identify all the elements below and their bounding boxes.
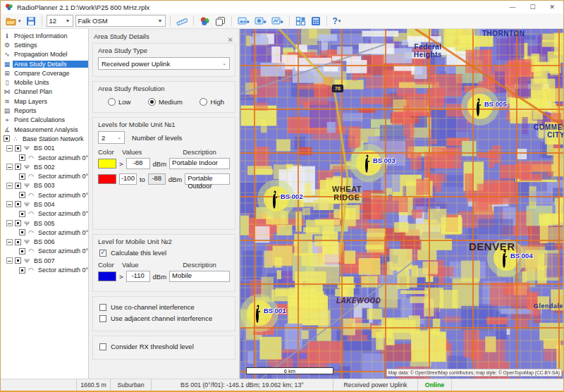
tree-node-bs-004[interactable]: ΨBS 004	[1, 200, 88, 209]
tree-node-bs-002[interactable]: ΨBS 002	[1, 162, 88, 171]
collapse-icon[interactable]	[6, 183, 13, 189]
collapse-icon[interactable]	[6, 164, 13, 170]
sidebar-item-mobile-units[interactable]: ▯Mobile Units	[1, 78, 88, 87]
bs-marker-bs-003[interactable]: BS 003	[365, 159, 368, 172]
checkbox-icon[interactable]	[19, 211, 25, 217]
collapse-icon[interactable]	[6, 201, 13, 207]
calculator-button[interactable]	[309, 15, 322, 27]
collapse-icon[interactable]	[6, 145, 13, 152]
checkbox-icon[interactable]	[15, 164, 21, 170]
tree-node-sector-of-bs-003[interactable]: ◠Sector azimuth 0°/f03	[1, 190, 88, 200]
checkbox-icon[interactable]	[15, 257, 21, 264]
bs-marker-bs-002[interactable]: BS 002	[273, 195, 276, 208]
bs-marker-bs-005[interactable]: BS 005	[477, 103, 479, 116]
resolution-option-medium[interactable]: Medium	[148, 98, 183, 106]
area-study-type-select[interactable]: Received power Uplink ⌄	[98, 57, 230, 70]
tree-node-sector-of-bs-007[interactable]: ◠Sector azimuth 0°/f02	[1, 265, 88, 274]
checkbox-icon[interactable]	[19, 267, 25, 274]
sidebar-item-area-study-details[interactable]: ▦Area Study Details	[1, 59, 88, 68]
ruler-button[interactable]	[175, 15, 189, 27]
sidebar-item-measurement-analysis[interactable]: ∡Measurement Analysis	[1, 125, 88, 134]
level2-from-input[interactable]: -100	[119, 173, 137, 185]
tree-node-bs-003[interactable]: ΨBS 003	[1, 181, 88, 190]
coverage-map-canvas[interactable]	[240, 29, 563, 379]
sidebar-item-reports[interactable]: ▤Reports	[1, 106, 88, 115]
help-button[interactable]: ? ▾	[331, 15, 343, 27]
checkbox-icon[interactable]	[15, 239, 21, 245]
checkbox-icon[interactable]	[19, 229, 25, 235]
co-channel-checkbox[interactable]	[99, 304, 106, 311]
checkbox-icon[interactable]	[19, 154, 25, 161]
levels-count-select[interactable]: 2 ⌄	[98, 131, 125, 144]
bs-marker-bs-004[interactable]: BS 004	[503, 255, 505, 267]
tree-node-sector-of-bs-001[interactable]: ◠Sector azimuth 0°/f01	[1, 153, 88, 162]
radio-icon[interactable]	[108, 98, 116, 106]
color-swatch[interactable]	[98, 159, 116, 169]
tree-node-sector-of-bs-006[interactable]: ◠Sector azimuth 0°/f01	[1, 247, 88, 256]
radio-icon[interactable]	[200, 98, 207, 106]
calculate-level-checkbox[interactable]	[99, 250, 106, 257]
checkbox-icon[interactable]	[19, 173, 25, 180]
resolution-option-high[interactable]: High	[200, 98, 224, 106]
tree-node-bs-001[interactable]: ΨBS 001	[1, 144, 88, 153]
mobile-value-input[interactable]: -110	[126, 271, 150, 282]
color-swatch[interactable]	[98, 271, 116, 281]
checkbox-icon[interactable]	[19, 248, 25, 255]
close-button[interactable]: ✕	[549, 4, 555, 11]
collapse-icon[interactable]	[6, 220, 13, 226]
checkbox-icon[interactable]	[15, 201, 21, 207]
tree-node-base-station-network[interactable]: ∴Base Station Network	[1, 134, 88, 143]
description-header: Description	[169, 148, 230, 156]
save-file-button[interactable]	[25, 15, 37, 27]
rx-threshold-row[interactable]: Consider RX threshold level	[99, 343, 228, 350]
checkbox-icon[interactable]	[15, 183, 21, 189]
tree-node-sector-of-bs-004[interactable]: ◠Sector azimuth 0°/f04	[1, 209, 88, 219]
collapse-icon[interactable]	[6, 239, 13, 245]
sidebar-item-channel-plan[interactable]: ⋈Channel Plan	[1, 87, 88, 97]
bs-marker-bs-001[interactable]: BS 001	[256, 310, 259, 322]
level1-description-input[interactable]: Portable Indoor	[169, 158, 230, 169]
panel-close-icon[interactable]: ✕	[228, 36, 233, 44]
sector-icon: ◠	[27, 154, 35, 161]
maximize-button[interactable]: ☐	[529, 4, 535, 11]
resolution-option-low[interactable]: Low	[108, 98, 130, 106]
export-coverage-button[interactable]	[253, 15, 268, 27]
tree-node-sector-of-bs-002[interactable]: ◠Sector azimuth 0°/f02	[1, 171, 88, 180]
color-swatch[interactable]	[98, 174, 116, 184]
adjacent-channel-row[interactable]: Use adjacent channel interference	[99, 314, 228, 322]
checkbox-icon[interactable]	[15, 145, 21, 152]
export-map-button[interactable]	[236, 15, 251, 27]
sidebar-item-map-layers[interactable]: ≋Map Layers	[1, 97, 88, 106]
checkbox-icon[interactable]	[15, 220, 21, 226]
sidebar-item-compare-coverage[interactable]: ⊞Compare Coverage	[1, 68, 88, 78]
checkbox-icon[interactable]	[4, 135, 10, 142]
font-size-select[interactable]: 12 ▼	[47, 15, 73, 27]
radio-icon[interactable]	[148, 98, 156, 106]
sidebar-item-project-information[interactable]: ℹProject Information	[1, 31, 88, 40]
tree-node-bs-007[interactable]: ΨBS 007	[1, 256, 88, 265]
sidebar-item-point-calculations[interactable]: ⌖Point Calculations	[1, 116, 88, 125]
co-channel-row[interactable]: Use co-channel interference	[99, 303, 228, 311]
checkbox-icon[interactable]	[19, 192, 25, 198]
coverage-colors-button[interactable]	[198, 15, 212, 27]
export-report-button[interactable]	[270, 15, 285, 27]
calculate-level-row[interactable]: Calculate this level	[99, 249, 228, 257]
open-file-button[interactable]: ▾	[4, 15, 23, 27]
tree-node-sector-of-bs-005[interactable]: ◠Sector azimuth 0°/f05	[1, 228, 88, 237]
tree-node-bs-005[interactable]: ΨBS 005	[1, 219, 88, 228]
map-style-select[interactable]: Falk OSM ▼	[75, 15, 166, 27]
adjacent-channel-checkbox[interactable]	[99, 315, 106, 322]
tile-windows-button[interactable]	[294, 15, 307, 27]
duplicate-window-button[interactable]	[214, 15, 227, 27]
tree-node-bs-006[interactable]: ΨBS 006	[1, 238, 88, 247]
sidebar-item-propagation-model[interactable]: ∿Propagation Model	[1, 50, 88, 59]
mobile-description-input[interactable]: Mobile	[169, 271, 230, 282]
level2-to-input[interactable]: -88	[148, 173, 166, 185]
coverage-map[interactable]: THORNTONFederal HeightsCOMMERCE CITYWHEA…	[240, 29, 563, 379]
sidebar-item-settings[interactable]: ⚙Settings	[1, 40, 88, 49]
level1-value-input[interactable]: -88	[126, 158, 150, 169]
rx-threshold-checkbox[interactable]	[99, 343, 106, 350]
minimize-button[interactable]: —	[509, 4, 515, 11]
collapse-icon[interactable]	[6, 257, 13, 264]
level2-description-input[interactable]: Portable Outdoor	[185, 173, 230, 185]
